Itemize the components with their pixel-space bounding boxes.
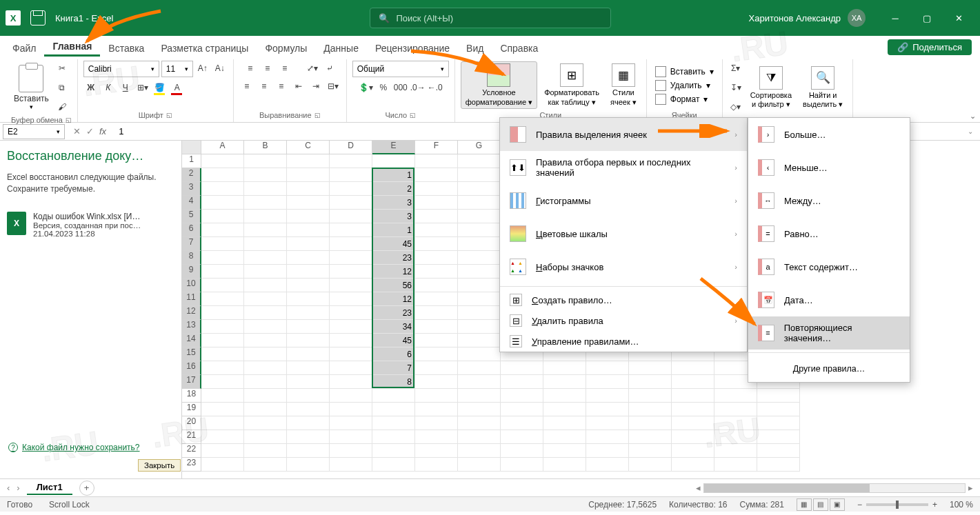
row-header[interactable]: 23: [182, 458, 201, 472]
menu-new-rule[interactable]: ⊞ Создать правило…: [500, 290, 747, 310]
rule-duplicate-values[interactable]: =Повторяющиеся значения…: [748, 316, 910, 350]
cell[interactable]: [330, 196, 372, 210]
cell[interactable]: [287, 403, 330, 416]
cell[interactable]: [244, 251, 287, 265]
select-all-corner[interactable]: [182, 141, 201, 154]
fx-icon[interactable]: fx: [99, 126, 106, 137]
row-header[interactable]: 4: [182, 196, 201, 210]
cell[interactable]: [757, 403, 800, 416]
cell[interactable]: [458, 403, 501, 416]
orientation-icon[interactable]: ⤢▾: [305, 61, 320, 76]
tab-view[interactable]: Вид: [458, 40, 492, 57]
tab-help[interactable]: Справка: [492, 40, 546, 57]
cell[interactable]: [287, 154, 330, 168]
cell[interactable]: [415, 292, 458, 306]
cell[interactable]: [244, 334, 287, 347]
currency-icon[interactable]: 💲▾: [359, 80, 374, 95]
cell[interactable]: 1: [372, 168, 415, 182]
share-button[interactable]: 🔗 Поделиться: [888, 39, 972, 55]
number-launcher[interactable]: ◱: [410, 112, 416, 119]
cell[interactable]: [244, 416, 287, 430]
column-header[interactable]: G: [458, 141, 501, 154]
cell[interactable]: [415, 361, 458, 375]
copy-icon[interactable]: ⧉: [54, 80, 70, 95]
align-launcher[interactable]: ◱: [314, 112, 321, 119]
cell[interactable]: [458, 430, 501, 444]
cell[interactable]: [415, 334, 458, 347]
underline-icon[interactable]: Ч: [118, 80, 133, 95]
cell[interactable]: [672, 361, 714, 375]
cell[interactable]: [201, 237, 244, 251]
cell[interactable]: [287, 196, 330, 210]
cell[interactable]: [244, 320, 287, 334]
cell[interactable]: [415, 375, 458, 389]
tab-data[interactable]: Данные: [315, 40, 367, 57]
cell[interactable]: [415, 430, 458, 444]
align-right-icon[interactable]: ≡: [274, 79, 289, 94]
tab-insert[interactable]: Вставка: [100, 40, 152, 57]
cell[interactable]: [757, 416, 800, 430]
cell[interactable]: [201, 251, 244, 265]
rule-text-contains[interactable]: aТекст содержит…: [748, 250, 910, 283]
merge-icon[interactable]: ⊟▾: [326, 79, 341, 94]
cell[interactable]: [586, 416, 629, 430]
row-header[interactable]: 16: [182, 361, 201, 375]
wrap-text-icon[interactable]: ⤶: [322, 61, 337, 76]
cell[interactable]: [543, 444, 586, 458]
tab-formulas[interactable]: Формулы: [257, 40, 315, 57]
cell[interactable]: 23: [372, 306, 415, 320]
cell[interactable]: [586, 444, 629, 458]
row-header[interactable]: 2: [182, 168, 201, 182]
cell[interactable]: [201, 403, 244, 416]
cell[interactable]: [543, 361, 586, 375]
cell[interactable]: [672, 430, 714, 444]
cell[interactable]: [330, 347, 372, 361]
cell[interactable]: [287, 375, 330, 389]
dec-decimal-icon[interactable]: ←.0: [428, 80, 443, 95]
cell[interactable]: [714, 430, 757, 444]
row-header[interactable]: 14: [182, 334, 201, 347]
percent-icon[interactable]: %: [376, 80, 391, 95]
row-header[interactable]: 22: [182, 444, 201, 458]
row-header[interactable]: 13: [182, 320, 201, 334]
decrease-indent-icon[interactable]: ⇤: [291, 79, 306, 94]
row-header[interactable]: 9: [182, 265, 201, 279]
cell[interactable]: [757, 444, 800, 458]
cell[interactable]: [330, 361, 372, 375]
cell[interactable]: [201, 168, 244, 182]
row-header[interactable]: 3: [182, 182, 201, 196]
cell[interactable]: [244, 375, 287, 389]
column-header[interactable]: D: [330, 141, 372, 154]
cell[interactable]: [372, 389, 415, 403]
cell[interactable]: [330, 265, 372, 279]
cell[interactable]: [458, 223, 501, 237]
cell[interactable]: [501, 430, 543, 444]
menu-data-bars[interactable]: Гистограммы ›: [500, 184, 747, 217]
font-size-select[interactable]: 11▾: [161, 61, 193, 77]
cell[interactable]: [415, 223, 458, 237]
cell[interactable]: [244, 292, 287, 306]
cell[interactable]: [244, 154, 287, 168]
cell[interactable]: [330, 444, 372, 458]
cell[interactable]: 45: [372, 237, 415, 251]
font-launcher[interactable]: ◱: [166, 112, 172, 119]
cell[interactable]: [330, 223, 372, 237]
decrease-font-icon[interactable]: A↓: [212, 61, 228, 76]
cell[interactable]: [287, 292, 330, 306]
cell[interactable]: [330, 182, 372, 196]
cell[interactable]: [201, 430, 244, 444]
cell[interactable]: [330, 320, 372, 334]
cell[interactable]: [330, 334, 372, 347]
sort-filter-button[interactable]: ⧩ Сортировкаи фильтр ▾: [746, 65, 796, 110]
cancel-formula-icon[interactable]: ✕: [73, 126, 81, 137]
cell[interactable]: [372, 430, 415, 444]
insert-cells-button[interactable]: Вставить ▾: [652, 65, 717, 78]
cell[interactable]: [501, 403, 543, 416]
cell[interactable]: [287, 430, 330, 444]
cell[interactable]: [501, 361, 543, 375]
cell[interactable]: [330, 306, 372, 320]
cell[interactable]: [201, 416, 244, 430]
menu-color-scales[interactable]: Цветовые шкалы ›: [500, 217, 747, 250]
zoom-in-icon[interactable]: +: [932, 500, 937, 509]
font-name-select[interactable]: Calibri▾: [83, 61, 159, 77]
